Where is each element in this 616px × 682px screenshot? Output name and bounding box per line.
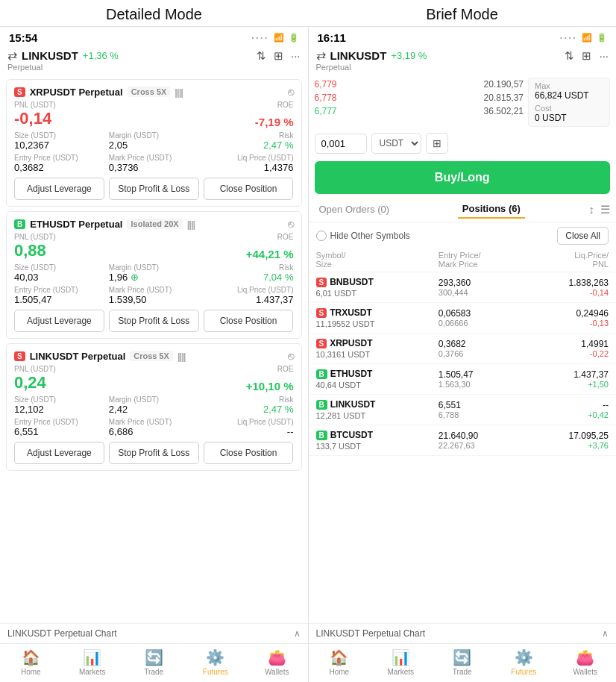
right-nav-wallets[interactable]: 👛 Wallets (555, 648, 617, 676)
ethusdt-size: 40,03 (14, 272, 104, 283)
linkusdt-entry-label: Entry Price (USDT) (14, 418, 104, 426)
left-nav-trade[interactable]: 🔄 Trade (123, 648, 185, 676)
bnb-liq: 1.838,263 (541, 278, 609, 288)
xrpusdt-pnl-label: PNL (USDT) (14, 101, 56, 109)
xrpusdt-adjust-btn[interactable]: Adjust Leverage (14, 178, 104, 200)
left-trade-label: Trade (144, 668, 163, 676)
xrp-entry-r: 0,3682 (439, 339, 541, 349)
linkusdt-roe-value: +10,10 % (246, 380, 294, 392)
xrpusdt-stop-btn[interactable]: Stop Profit & Loss (109, 178, 199, 200)
xrpusdt-mark: 0,3736 (109, 162, 199, 173)
right-mode-label: Brief Mode (308, 6, 616, 23)
ethusdt-margin-label: Margin (USDT) (109, 263, 199, 272)
ethusdt-stop-btn[interactable]: Stop Profit & Loss (109, 310, 199, 332)
ethusdt-margin: 1,96 ⊕ (109, 272, 199, 283)
left-chart-arrow: ∧ (294, 628, 301, 639)
hide-symbols-label[interactable]: Hide Other Symbols (316, 231, 410, 241)
right-nav-markets[interactable]: 📊 Markets (370, 648, 432, 676)
xrpusdt-badge: S (14, 87, 25, 97)
right-battery-icon: 🔋 (597, 33, 607, 43)
list-icon[interactable]: ☰ (600, 203, 610, 216)
buy-long-btn[interactable]: Buy/Long (315, 161, 611, 194)
right-pos-trx: S TRXUSDT 11,19552 USDT 0,06583 0,06666 … (309, 303, 617, 334)
linkusdt-close-btn[interactable]: Close Position (204, 442, 294, 464)
positions-table-header: Symbol/Size Entry Price/Mark Price Liq.P… (309, 249, 617, 272)
eth-symbol-r: ETHUSDT (330, 369, 373, 379)
btc-size-r: 133,7 USDT (316, 442, 439, 451)
grid-icon-btn[interactable]: ⊞ (426, 133, 448, 154)
eth-badge-r: B (316, 369, 327, 379)
ethusdt-close-btn[interactable]: Close Position (204, 310, 294, 332)
qty-input[interactable] (315, 134, 367, 154)
adjust-icon[interactable]: ⇅ (257, 49, 266, 63)
qty-dropdown[interactable]: USDT (371, 133, 421, 154)
btc-pnl-r: +3,76 (541, 441, 609, 450)
right-tabs-row: Open Orders (0) Positions (6) ↕ ☰ (309, 197, 617, 222)
bnb-entry: 293,360 (439, 278, 541, 288)
trx-entry: 0,06583 (439, 308, 541, 319)
xrpusdt-share-icon[interactable]: ⎋ (288, 86, 294, 98)
right-nav-futures[interactable]: ⚙️ Futures (493, 648, 555, 676)
left-mode-label: Detailed Mode (0, 6, 308, 23)
right-transfer-icon: ⇄ (316, 49, 326, 63)
orderbook-section: 6,779 20.190,57 6,778 20.815,37 6,777 36… (315, 78, 611, 127)
ethusdt-share-icon[interactable]: ⎋ (288, 218, 294, 230)
left-symbol-header: ⇄ LINKUSDT +1,36 % ⇅ ⊞ ··· (0, 46, 308, 63)
right-scroll-content: S BNBUSDT 6,01 USDT 293,360 300,444 1.83… (309, 272, 617, 623)
sort-icon[interactable]: ↕ (588, 203, 594, 216)
linkusdt-share-icon[interactable]: ⎋ (288, 350, 294, 362)
linkusdt-size: 12,102 (14, 404, 104, 415)
qty-input-row: USDT ⊞ (309, 130, 617, 157)
linkusdt-size-label: Size (USDT) (14, 395, 104, 404)
xrp-liq-r: 1,4991 (541, 339, 609, 349)
left-nav-futures[interactable]: ⚙️ Futures (185, 648, 247, 676)
left-status-bar: 15:54 ···· 📶 🔋 (0, 27, 308, 46)
more-icon[interactable]: ··· (291, 49, 301, 63)
link-size-r: 12,281 USDT (316, 411, 439, 420)
xrpusdt-mark-label: Mark Price (USDT) (109, 154, 199, 162)
btc-badge-r: B (316, 431, 327, 440)
link-pnl-r: +0,42 (541, 410, 609, 419)
right-pos-link: B LINKUSDT 12,281 USDT 6,551 6,788 -- +0… (309, 395, 617, 425)
left-nav-wallets[interactable]: 👛 Wallets (246, 648, 308, 676)
right-nav-home[interactable]: 🏠 Home (309, 648, 371, 676)
linkusdt-adjust-btn[interactable]: Adjust Leverage (14, 442, 104, 464)
right-more-icon[interactable]: ··· (599, 49, 609, 63)
left-bottom-bar: 🏠 Home 📊 Markets 🔄 Trade ⚙️ Futures 👛 Wa… (0, 643, 308, 682)
xrpusdt-symbol: S XRPUSDT Perpetual Cross 5X |||| (14, 87, 183, 98)
left-nav-home[interactable]: 🏠 Home (0, 648, 62, 676)
right-chart-type-icon[interactable]: ⊞ (582, 49, 591, 63)
left-time: 15:54 (9, 31, 37, 44)
xrp-mark-r: 0,3766 (439, 349, 541, 358)
trx-symbol: TRXUSDT (330, 307, 372, 318)
linkusdt-name: LINKUSDT Perpetual (30, 351, 126, 362)
transfer-icon: ⇄ (7, 49, 17, 63)
home-icon: 🏠 (22, 648, 40, 666)
battery-icon: 🔋 (289, 33, 299, 43)
right-futures-icon: ⚙️ (515, 648, 533, 666)
tab-open-orders[interactable]: Open Orders (0) (315, 201, 395, 218)
linkusdt-bars: |||| (177, 351, 186, 362)
tab-positions[interactable]: Positions (6) (458, 200, 525, 219)
linkusdt-risk: 2,47 % (204, 404, 294, 415)
close-all-btn[interactable]: Close All (557, 227, 609, 245)
chart-type-icon[interactable]: ⊞ (274, 49, 283, 63)
col-liq-pnl: Liq.Price/PNL (541, 251, 609, 269)
right-adjust-icon[interactable]: ⇅ (565, 49, 574, 63)
left-panel: 15:54 ···· 📶 🔋 ⇄ LINKUSDT +1,36 % ⇅ ⊞ ··… (0, 27, 309, 682)
left-chart-bar[interactable]: LINKUSDT Perpetual Chart ∧ (0, 623, 308, 643)
btc-liq-r: 17.095,25 (541, 431, 609, 441)
ob-ask-2: 6,777 36.502,21 (315, 104, 524, 118)
right-markets-icon: 📊 (392, 648, 410, 666)
right-nav-trade[interactable]: 🔄 Trade (432, 648, 494, 676)
eth-size-r: 40,64 USDT (316, 381, 439, 390)
trx-size: 11,19552 USDT (316, 319, 439, 328)
right-chart-bar[interactable]: LINKUSDT Perpetual Chart ∧ (309, 623, 617, 643)
left-nav-markets[interactable]: 📊 Markets (62, 648, 124, 676)
xrpusdt-close-btn[interactable]: Close Position (204, 178, 294, 200)
bnb-size: 6,01 USDT (316, 289, 439, 298)
ethusdt-adjust-btn[interactable]: Adjust Leverage (14, 310, 104, 332)
linkusdt-stop-btn[interactable]: Stop Profit & Loss (109, 442, 199, 464)
orderbook-table: 6,779 20.190,57 6,778 20.815,37 6,777 36… (315, 78, 524, 127)
right-wifi-icon: 📶 (582, 33, 592, 43)
